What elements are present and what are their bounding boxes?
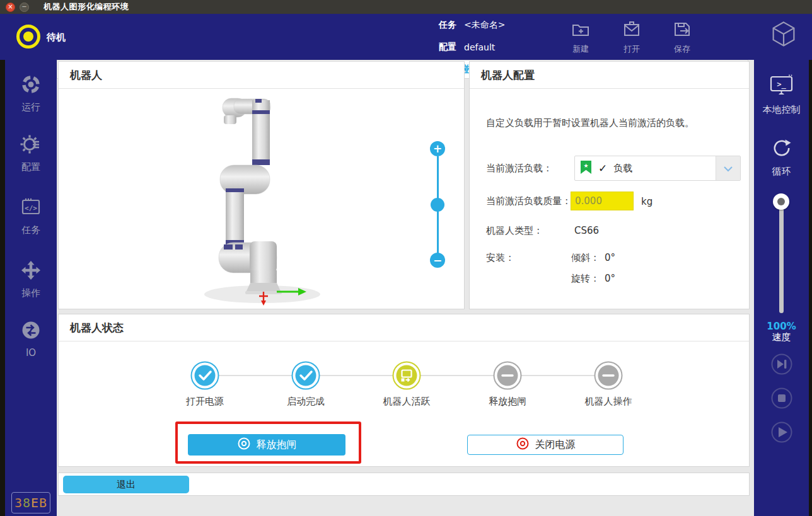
sidebar-item-operate[interactable]: 操作 xyxy=(5,260,57,299)
sidebar-item-local-control[interactable]: >_ 本地控制 xyxy=(754,74,809,116)
sidebar-task-label: 任务 xyxy=(21,224,40,236)
step-done-icon xyxy=(291,361,320,390)
sidebar-local-control-label: 本地控制 xyxy=(763,104,801,116)
new-folder-icon xyxy=(571,19,591,42)
save-button-label: 保存 xyxy=(674,43,690,55)
active-payload-label: 当前激活负载： xyxy=(486,163,552,175)
stop-button[interactable] xyxy=(754,387,809,409)
step-power-on-label: 打开电源 xyxy=(186,396,224,408)
run-target-icon xyxy=(20,74,42,98)
sidebar-operate-label: 操作 xyxy=(21,287,40,299)
terminal-icon: >_ xyxy=(769,74,794,100)
code-badge: 38EB xyxy=(11,492,50,513)
step-done-icon xyxy=(190,361,219,390)
step-robot-operate: 机器人操作 xyxy=(571,361,646,408)
sidebar-run-label: 运行 xyxy=(21,101,40,113)
check-icon: ✓ xyxy=(598,162,607,175)
left-sidebar: 运行 配置 </> 任务 xyxy=(5,60,57,516)
open-button-label: 打开 xyxy=(624,43,640,55)
robot-standby-status-icon xyxy=(14,23,42,53)
power-off-button[interactable]: 关闭电源 xyxy=(467,435,624,455)
robot-status-text: 待机 xyxy=(47,32,66,43)
exit-row: 退出 xyxy=(58,473,750,496)
step-forward-button[interactable] xyxy=(754,353,809,375)
step-pending-icon xyxy=(594,361,623,390)
step-robot-operate-label: 机器人操作 xyxy=(585,396,632,408)
task-value: <未命名> xyxy=(464,20,505,31)
step-robot-active-label: 机器人活跃 xyxy=(383,396,431,408)
robot-status-panel: 机器人状态 打开电源 启动完成 机器人活跃 释放抱闸 机器人操作 xyxy=(58,314,750,467)
window-close-button[interactable]: × xyxy=(6,3,15,12)
config-label: 配置 xyxy=(439,42,456,53)
power-off-button-label: 关闭电源 xyxy=(535,439,576,452)
robot-3d-view[interactable] xyxy=(190,83,347,309)
bookmark-icon: ★ xyxy=(580,160,592,177)
minimize-icon: − xyxy=(21,4,26,10)
titlebar: × − 机器人图形化编程环境 xyxy=(0,0,812,14)
active-payload-dropdown[interactable]: ★ ✓ 负载 xyxy=(574,156,741,181)
plus-icon: + xyxy=(433,142,442,155)
view-zoom-control: + − xyxy=(425,140,450,272)
zoom-out-button[interactable]: − xyxy=(430,253,445,268)
speed-slider-knob[interactable] xyxy=(773,193,789,210)
sidebar-item-loop[interactable]: 循环 xyxy=(754,137,809,178)
brand-cube-logo-icon xyxy=(768,20,799,52)
rotation-label: 旋转： xyxy=(571,273,600,285)
sidebar-item-task[interactable]: </> 任务 xyxy=(5,197,57,236)
app-window: × − 机器人图形化编程环境 待机 任务 <未命名> 配置 default 新建… xyxy=(0,0,812,516)
desktop-edge-left xyxy=(0,60,5,516)
speed-label: 速度 xyxy=(754,331,809,343)
step-startup-complete: 启动完成 xyxy=(268,361,344,408)
sidebar-item-run[interactable]: 运行 xyxy=(5,74,57,113)
open-file-icon xyxy=(622,19,642,42)
robot-type-label: 机器人类型： xyxy=(486,225,543,237)
payload-mass-label: 当前激活负载质量： xyxy=(486,195,571,207)
step-active-icon xyxy=(392,361,421,390)
exit-button[interactable]: 退出 xyxy=(63,476,189,493)
new-task-button[interactable]: 新建 xyxy=(564,19,597,55)
step-startup-complete-label: 启动完成 xyxy=(287,396,325,408)
circle-dot-red-icon xyxy=(516,437,530,453)
window-minimize-button[interactable]: − xyxy=(20,3,29,12)
tilt-value: 0° xyxy=(605,252,615,263)
robot-config-panel: 机器人配置 自定义负载用于暂时设置机器人当前激活的负载。 当前激活负载： ★ ✓… xyxy=(469,61,750,309)
save-icon xyxy=(672,19,692,42)
mounting-label: 安装： xyxy=(486,252,514,264)
sidebar-item-config[interactable]: 配置 xyxy=(5,134,57,173)
svg-text:★: ★ xyxy=(583,163,588,169)
svg-text:</>: </> xyxy=(25,204,37,212)
move-arrows-icon xyxy=(20,260,42,284)
active-payload-value: 负载 xyxy=(613,163,632,175)
dropdown-caret[interactable] xyxy=(716,156,740,180)
tilt-label: 倾斜： xyxy=(571,252,600,264)
step-power-on: 打开电源 xyxy=(167,361,243,408)
robot-type-value: CS66 xyxy=(574,225,599,236)
exit-button-label: 退出 xyxy=(117,479,136,491)
app-header: 待机 任务 <未命名> 配置 default 新建 打开 保存 xyxy=(0,14,812,60)
rotation-value: 0° xyxy=(605,273,615,284)
task-label: 任务 xyxy=(439,20,456,31)
minus-icon: − xyxy=(433,254,442,267)
sidebar-loop-label: 循环 xyxy=(772,166,791,178)
loop-cycle-icon xyxy=(770,137,793,162)
robot-config-title: 机器人配置 xyxy=(470,62,749,89)
sidebar-item-io[interactable]: IO xyxy=(5,319,57,358)
speed-slider-track[interactable] xyxy=(779,194,784,313)
main-content: 机器人 xyxy=(57,60,754,516)
right-sidebar: >_ 本地控制 循环 100% 速度 xyxy=(754,60,809,516)
window-title: 机器人图形化编程环境 xyxy=(44,1,129,13)
open-task-button[interactable]: 打开 xyxy=(615,19,648,55)
zoom-in-button[interactable]: + xyxy=(430,141,445,156)
payload-description: 自定义负载用于暂时设置机器人当前激活的负载。 xyxy=(486,117,694,129)
config-value: default xyxy=(464,42,495,52)
step-release-brake: 释放抱闸 xyxy=(470,361,545,408)
robot-status-title: 机器人状态 xyxy=(59,314,749,341)
save-task-button[interactable]: 保存 xyxy=(666,19,699,55)
annotation-highlight-box xyxy=(175,421,361,464)
step-pending-icon xyxy=(493,361,522,390)
play-button[interactable] xyxy=(754,421,809,443)
speed-percent-value: 100% xyxy=(754,321,809,332)
view-zoom-knob[interactable] xyxy=(431,198,444,212)
payload-mass-input[interactable] xyxy=(571,192,634,210)
step-robot-active: 机器人活跃 xyxy=(369,361,444,408)
